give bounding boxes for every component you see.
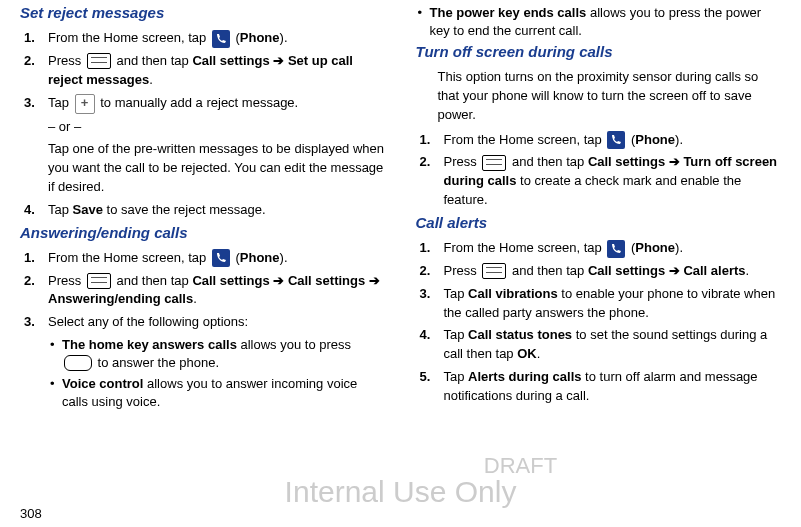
bold-text: Save bbox=[73, 202, 103, 217]
right-column: The power key ends calls allows you to p… bbox=[416, 0, 782, 490]
text: Tap bbox=[444, 327, 469, 342]
text: Press bbox=[48, 273, 85, 288]
bold-text: OK bbox=[517, 346, 537, 361]
step: Tap Call vibrations to enable your phone… bbox=[444, 285, 782, 323]
phone-icon bbox=[607, 131, 625, 149]
svg-rect-3 bbox=[607, 240, 625, 258]
text: and then tap bbox=[512, 263, 588, 278]
menu-icon bbox=[87, 273, 111, 289]
bold-text: Call vibrations bbox=[468, 286, 558, 301]
bold-text: The power key ends calls bbox=[430, 5, 587, 20]
menu-icon bbox=[87, 53, 111, 69]
step: Tap Call status tones to set the sound s… bbox=[444, 326, 782, 364]
step: From the Home screen, tap (Phone). bbox=[48, 29, 386, 48]
text: Tap bbox=[444, 369, 469, 384]
text: and then tap bbox=[116, 273, 192, 288]
step: Press and then tap Call settings ➔ Set u… bbox=[48, 52, 386, 90]
text: to answer the phone. bbox=[94, 355, 219, 370]
text: Tap bbox=[48, 202, 73, 217]
text: From the Home screen, tap bbox=[444, 240, 606, 255]
text: ). bbox=[280, 250, 288, 265]
steps-turnoff: From the Home screen, tap (Phone). Press… bbox=[416, 131, 782, 210]
text: Press bbox=[444, 263, 481, 278]
text: ). bbox=[280, 30, 288, 45]
steps-callalerts: From the Home screen, tap (Phone). Press… bbox=[416, 239, 782, 406]
heading-set-reject: Set reject messages bbox=[20, 4, 386, 21]
or-divider: – or – bbox=[48, 118, 386, 137]
intro-turnoff: This option turns on the proximity senso… bbox=[438, 68, 782, 125]
bullet-item: The home key answers calls allows you to… bbox=[62, 336, 386, 371]
text: and then tap bbox=[512, 154, 588, 169]
bullets-options: The home key answers calls allows you to… bbox=[48, 336, 386, 410]
svg-rect-0 bbox=[212, 30, 230, 48]
bold-text: Call status tones bbox=[468, 327, 572, 342]
text: From the Home screen, tap bbox=[48, 250, 210, 265]
step: From the Home screen, tap (Phone). bbox=[444, 239, 782, 258]
bold-text: Phone bbox=[635, 240, 675, 255]
heading-callalerts: Call alerts bbox=[416, 214, 782, 231]
text: Tap bbox=[48, 95, 73, 110]
steps-answering: From the Home screen, tap (Phone). Press… bbox=[20, 249, 386, 411]
bold-text: Alerts during calls bbox=[468, 369, 581, 384]
svg-rect-2 bbox=[607, 131, 625, 149]
text: . bbox=[746, 263, 750, 278]
phone-icon bbox=[607, 240, 625, 258]
home-key-icon bbox=[64, 355, 92, 371]
step: Press and then tap Call settings ➔ Turn … bbox=[444, 153, 782, 210]
text: . bbox=[149, 72, 153, 87]
step: From the Home screen, tap (Phone). bbox=[48, 249, 386, 268]
svg-rect-1 bbox=[212, 249, 230, 267]
text: ). bbox=[675, 132, 683, 147]
step: Press and then tap Call settings ➔ Call … bbox=[48, 272, 386, 310]
bold-text: Voice control bbox=[62, 376, 143, 391]
step-desc: Tap one of the pre-written messages to b… bbox=[48, 140, 386, 197]
text: ). bbox=[675, 240, 683, 255]
left-column: Set reject messages From the Home screen… bbox=[20, 0, 386, 490]
heading-turnoff: Turn off screen during calls bbox=[416, 43, 782, 60]
text: . bbox=[537, 346, 541, 361]
step: Tap Save to save the reject message. bbox=[48, 201, 386, 220]
menu-icon bbox=[482, 263, 506, 279]
step: From the Home screen, tap (Phone). bbox=[444, 131, 782, 150]
text: Press bbox=[444, 154, 481, 169]
text: and then tap bbox=[116, 53, 192, 68]
phone-icon bbox=[212, 249, 230, 267]
text: From the Home screen, tap bbox=[444, 132, 606, 147]
step: Select any of the following options: The… bbox=[48, 313, 386, 410]
text: to manually add a reject message. bbox=[100, 95, 298, 110]
step: Press and then tap Call settings ➔ Call … bbox=[444, 262, 782, 281]
bold-text: The home key answers calls bbox=[62, 337, 237, 352]
text: Tap bbox=[444, 286, 469, 301]
heading-answering: Answering/ending calls bbox=[20, 224, 386, 241]
plus-icon: + bbox=[75, 94, 95, 114]
text: Select any of the following options: bbox=[48, 314, 248, 329]
bold-text: Call settings ➔ Call alerts bbox=[588, 263, 746, 278]
menu-icon bbox=[482, 155, 506, 171]
bullet-item: The power key ends calls allows you to p… bbox=[430, 4, 782, 39]
bold-text: Phone bbox=[240, 250, 280, 265]
step: Tap Alerts during calls to turn off alar… bbox=[444, 368, 782, 406]
text: From the Home screen, tap bbox=[48, 30, 210, 45]
steps-set-reject: From the Home screen, tap (Phone). Press… bbox=[20, 29, 386, 220]
text: to save the reject message. bbox=[103, 202, 266, 217]
page-content: Set reject messages From the Home screen… bbox=[0, 0, 801, 490]
bullet-item: Voice control allows you to answer incom… bbox=[62, 375, 386, 410]
text: allows you to press bbox=[237, 337, 351, 352]
page-number: 308 bbox=[20, 506, 42, 521]
step: Tap + to manually add a reject message. … bbox=[48, 94, 386, 197]
bold-text: Phone bbox=[635, 132, 675, 147]
text: Press bbox=[48, 53, 85, 68]
bold-text: Phone bbox=[240, 30, 280, 45]
phone-icon bbox=[212, 30, 230, 48]
bullets-continued: The power key ends calls allows you to p… bbox=[416, 4, 782, 39]
text: . bbox=[193, 291, 197, 306]
